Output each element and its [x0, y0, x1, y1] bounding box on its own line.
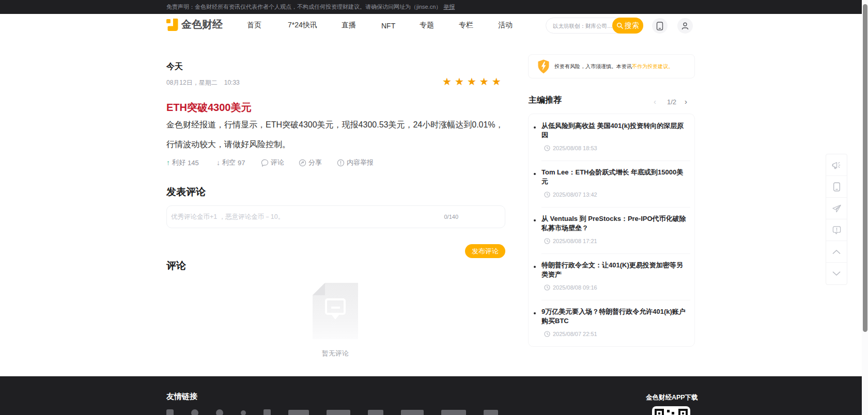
partner-logo[interactable]	[484, 410, 498, 415]
page-footer: 友情链接 金色财经APP下载	[0, 376, 868, 415]
recommend-time: 2025/08/08 18:53	[544, 145, 597, 151]
bearish-button[interactable]: ↓ 利空 97	[216, 158, 245, 167]
feedback-button[interactable]	[826, 219, 847, 241]
nav-flash[interactable]: 7*24快讯	[288, 21, 317, 30]
partner-logo[interactable]	[216, 409, 223, 415]
comment-icon	[261, 159, 269, 167]
comment-input[interactable]	[171, 206, 409, 227]
date-row: 08月12日，星期二10:33	[166, 78, 240, 87]
chevron-down-icon	[832, 271, 841, 276]
app-download-button[interactable]	[826, 176, 847, 198]
partner-logo[interactable]	[241, 410, 246, 415]
publish-comment-button[interactable]: 发布评论	[465, 244, 505, 258]
scroll-down-button[interactable]	[826, 263, 847, 284]
search-input[interactable]	[553, 19, 612, 33]
partner-logo[interactable]	[368, 410, 383, 415]
recommend-time: 2025/08/07 13:42	[544, 191, 597, 198]
search-icon	[616, 22, 623, 29]
shield-icon	[538, 59, 549, 74]
paper-plane-icon	[832, 204, 842, 213]
announcement-button[interactable]	[826, 154, 847, 176]
partner-logo[interactable]	[264, 409, 271, 415]
article-title: ETH突破4300美元	[166, 101, 252, 115]
no-comments-text: 暂无评论	[313, 349, 358, 358]
report-button[interactable]: 内容举报	[337, 158, 374, 167]
floating-toolbar	[826, 154, 847, 285]
rating-stars[interactable]: ★★★★★	[442, 75, 504, 88]
recommend-item[interactable]: 9万亿美元要入场？特朗普行政令允许401(k)账户购买BTC2025/08/07…	[529, 300, 694, 346]
recommend-item[interactable]: 从低风险到高收益 美国401(k)投资转向的深层原因2025/08/08 18:…	[529, 114, 694, 161]
disclaimer-text: 免责声明：金色财经所有资讯仅代表作者个人观点，不构成任何投资理财建议。请确保访问…	[166, 4, 441, 10]
share-button[interactable]: 分享	[299, 158, 322, 167]
bullish-count: 145	[188, 159, 199, 167]
recommend-title[interactable]: 从 Ventuals 到 PreStocks：Pre-IPO代币化破除私募市场壁…	[541, 214, 686, 233]
clock-icon	[544, 238, 550, 244]
partner-logo[interactable]	[288, 410, 309, 415]
pager-next-icon[interactable]: ›	[685, 97, 687, 106]
recommend-item[interactable]: 特朗普行政令全文：让401(K)更易投资加密等另类资产2025/08/08 09…	[529, 253, 694, 300]
scrollbar-thumb[interactable]	[863, 4, 867, 332]
report-link[interactable]: 举报	[443, 4, 455, 10]
disclaimer-bar: 免责声明：金色财经所有资讯仅代表作者个人观点，不构成任何投资理财建议。请确保访问…	[0, 0, 868, 14]
recommend-item[interactable]: 从 Ventuals 到 PreStocks：Pre-IPO代币化破除私募市场壁…	[529, 207, 694, 253]
friend-links-heading: 友情链接	[166, 392, 197, 402]
recommend-title[interactable]: 9万亿美元要入场？特朗普行政令允许401(k)账户购买BTC	[541, 307, 686, 326]
search-button[interactable]: 搜索	[612, 18, 643, 34]
nav-live[interactable]: 直播	[342, 21, 356, 30]
partner-logo[interactable]	[327, 410, 350, 415]
star-icon[interactable]: ★	[455, 76, 467, 87]
star-icon[interactable]: ★	[442, 76, 455, 87]
article-actions: ↑ 利好 145 ↓ 利空 97 评论 分享	[166, 158, 414, 168]
recommend-title[interactable]: Tom Lee：ETH会阶跃式增长 年底或到15000美元	[541, 168, 686, 186]
nav-columns[interactable]: 专栏	[459, 21, 473, 30]
search-button-label: 搜索	[625, 21, 639, 30]
editor-picks-panel: 从低风险到高收益 美国401(k)投资转向的深层原因2025/08/08 18:…	[528, 114, 695, 347]
star-icon[interactable]: ★	[467, 76, 479, 87]
article-body-line2: 行情波动较大，请做好风险控制。	[166, 135, 507, 154]
nav-topics[interactable]: 专题	[420, 21, 434, 30]
user-icon	[681, 22, 689, 30]
comment-counter: 0/140	[444, 214, 458, 220]
nav-nft[interactable]: NFT	[381, 22, 395, 30]
star-icon[interactable]: ★	[492, 76, 504, 87]
mobile-app-button[interactable]	[652, 18, 668, 34]
recommend-item[interactable]: Tom Lee：ETH会阶跃式增长 年底或到15000美元2025/08/07 …	[529, 161, 694, 207]
recommend-time: 2025/08/08 09:16	[544, 284, 597, 291]
article-body: 金色财经报道，行情显示，ETH突破4300美元，现报4300.53美元，24小时…	[166, 115, 507, 154]
user-account-button[interactable]	[677, 18, 693, 34]
bullish-button[interactable]: ↑ 利好 145	[166, 158, 199, 167]
partner-logo[interactable]	[166, 409, 174, 415]
pager-indicator: 1/2	[667, 98, 676, 106]
nav-home[interactable]: 首页	[247, 21, 261, 30]
report-icon	[337, 159, 345, 167]
qr-pattern	[655, 409, 688, 415]
risk-notice-highlight: 不作为投资建议。	[632, 63, 673, 70]
app-download-heading: 金色财经APP下载	[646, 393, 698, 402]
partner-logo[interactable]	[441, 410, 466, 415]
feedback-icon	[832, 226, 841, 235]
share-page-button[interactable]	[826, 198, 847, 219]
risk-notice-card: 投资有风险，入市须谨慎。本资讯不作为投资建议。	[528, 54, 695, 78]
bearish-label: 利空	[222, 158, 236, 167]
article-body-line1: 金色财经报道，行情显示，ETH突破4300美元，现报4300.53美元，24小时…	[166, 115, 507, 135]
clock-icon	[544, 191, 550, 198]
recommend-title[interactable]: 特朗普行政令全文：让401(K)更易投资加密等另类资产	[541, 261, 686, 279]
scroll-up-button[interactable]	[826, 241, 847, 263]
bullish-label: 利好	[172, 158, 185, 167]
day-label: 今天	[166, 61, 183, 72]
arrow-up-icon: ↑	[166, 158, 170, 167]
nav-activity[interactable]: 活动	[498, 21, 513, 30]
bearish-count: 97	[238, 159, 245, 167]
partner-logo[interactable]	[191, 409, 198, 415]
megaphone-icon	[832, 161, 842, 170]
pager-prev-icon[interactable]: ‹	[654, 97, 656, 106]
comment-button[interactable]: 评论	[261, 158, 284, 167]
clock-icon	[544, 284, 550, 291]
star-icon[interactable]: ★	[479, 76, 492, 87]
partner-logo[interactable]	[401, 410, 424, 415]
article-date: 08月12日，星期二	[166, 79, 218, 86]
empty-bubble-icon	[325, 298, 346, 315]
article-time: 10:33	[224, 79, 240, 86]
recommend-title[interactable]: 从低风险到高收益 美国401(k)投资转向的深层原因	[541, 121, 686, 140]
page-scrollbar[interactable]	[862, 0, 868, 415]
